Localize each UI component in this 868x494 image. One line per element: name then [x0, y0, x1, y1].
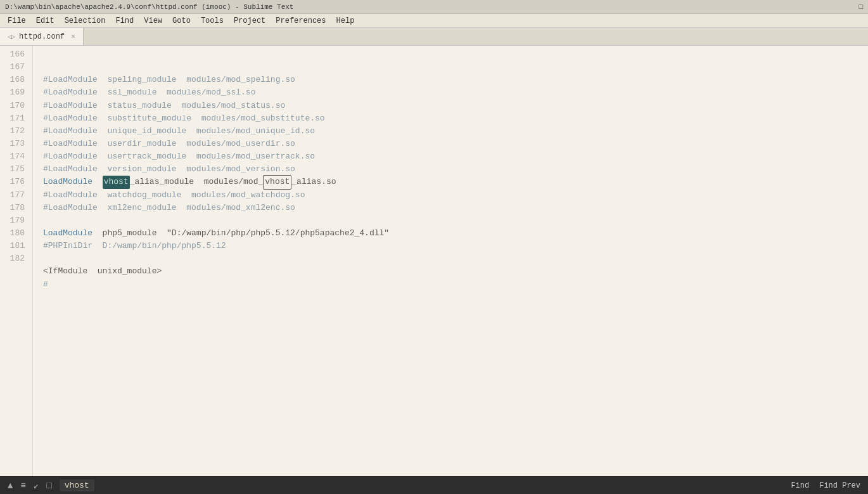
status-bar: ▲ ≡ ↙ □ vhost Find Find Prev [0, 476, 868, 494]
editor-container: 1661671681691701711721731741751761771781… [0, 46, 868, 476]
line-number: 181 [0, 240, 25, 252]
status-icon-box: □ [46, 481, 51, 491]
vhost-highlight-2: vhost [263, 175, 291, 189]
find-prev-button[interactable]: Find Prev [819, 481, 860, 490]
comment-text: #LoadModule status_module modules/mod_st… [43, 100, 285, 112]
line-number: 178 [0, 202, 25, 214]
maximize-icon[interactable]: □ [858, 3, 863, 11]
keyword-text: LoadModule [43, 176, 93, 188]
module-name: _alias_module modules/mod_ [130, 176, 264, 188]
code-line [43, 252, 868, 265]
line-number: 182 [0, 252, 25, 265]
status-icon-arrow: ↙ [34, 480, 39, 491]
menu-bar: FileEditSelectionFindViewGotoToolsProjec… [0, 14, 868, 28]
menu-item-tools[interactable]: Tools [196, 15, 229, 27]
comment-text: #LoadModule xml2enc_module modules/mod_x… [43, 202, 295, 214]
code-line: # [43, 278, 868, 291]
line-number: 173 [0, 138, 25, 150]
menu-item-edit[interactable]: Edit [31, 15, 60, 27]
title-bar-controls: □ [858, 3, 863, 11]
line-number: 171 [0, 112, 25, 125]
comment-text: #LoadModule watchdog_module modules/mod_… [43, 189, 305, 202]
line-number: 179 [0, 214, 25, 227]
code-area[interactable]: #LoadModule speling_module modules/mod_s… [33, 46, 868, 476]
comment-text: #LoadModule unique_id_module modules/mod… [43, 125, 315, 138]
status-bar-left: ▲ ≡ ↙ □ vhost [8, 479, 94, 491]
find-button[interactable]: Find [791, 481, 809, 490]
code-line: <IfModule unixd_module> [43, 265, 868, 278]
tab-label: httpd.conf [19, 32, 65, 41]
title-bar: D:\wamp\bin\apache\apache2.4.9\conf\http… [0, 0, 868, 14]
title-bar-text: D:\wamp\bin\apache\apache2.4.9\conf\http… [5, 3, 293, 11]
normal-text: <IfModule unixd_module> [43, 265, 162, 278]
code-line: #LoadModule substitute_module modules/mo… [43, 112, 868, 125]
line-number: 168 [0, 74, 25, 86]
status-icon-menu: ≡ [20, 481, 25, 491]
code-line: #LoadModule speling_module modules/mod_s… [43, 74, 868, 86]
menu-item-preferences[interactable]: Preferences [271, 15, 331, 27]
line-number: 176 [0, 176, 25, 188]
code-line: #LoadModule version_module modules/mod_v… [43, 163, 868, 176]
comment-text: #LoadModule speling_module modules/mod_s… [43, 74, 295, 86]
line-number: 170 [0, 100, 25, 112]
module-content: php5_module "D:/wamp/bin/php/php5.5.12/p… [93, 227, 389, 240]
code-line: #LoadModule unique_id_module modules/mod… [43, 125, 868, 138]
tab-httpd-conf[interactable]: ◁▷ httpd.conf × [0, 28, 84, 45]
menu-item-goto[interactable]: Goto [167, 15, 196, 27]
tab-close-button[interactable]: × [71, 33, 75, 41]
tab-bar: ◁▷ httpd.conf × [0, 28, 868, 46]
comment-text: #LoadModule substitute_module modules/mo… [43, 112, 325, 125]
code-line: #LoadModule watchdog_module modules/mod_… [43, 189, 868, 202]
code-line [43, 214, 868, 227]
menu-item-project[interactable]: Project [229, 15, 271, 27]
line-number: 172 [0, 125, 25, 138]
menu-item-view[interactable]: View [139, 15, 167, 27]
status-icon-up: ▲ [8, 481, 13, 491]
line-number: 180 [0, 227, 25, 240]
code-line: #PHPIniDir D:/wamp/bin/php/php5.5.12 [43, 240, 868, 252]
line-number: 177 [0, 189, 25, 202]
comment-text: # [43, 278, 48, 291]
comment-text: #PHPIniDir D:/wamp/bin/php/php5.5.12 [43, 240, 226, 252]
title-bar-content: D:\wamp\bin\apache\apache2.4.9\conf\http… [5, 3, 293, 11]
keyword-text: LoadModule [43, 227, 93, 240]
menu-item-help[interactable]: Help [331, 15, 360, 27]
code-line: #LoadModule userdir_module modules/mod_u… [43, 138, 868, 150]
line-numbers: 1661671681691701711721731741751761771781… [0, 46, 33, 476]
line-number: 166 [0, 48, 25, 61]
module-path-end: _alias.so [291, 176, 336, 188]
code-line: #LoadModule usertrack_module modules/mod… [43, 150, 868, 163]
comment-text: #LoadModule version_module modules/mod_v… [43, 163, 295, 176]
tab-icon: ◁▷ [8, 33, 15, 41]
code-line: LoadModule vhost_alias_module modules/mo… [43, 176, 868, 188]
comment-text: #LoadModule usertrack_module modules/mod… [43, 150, 315, 163]
vhost-highlight-1: vhost [103, 176, 130, 188]
menu-item-selection[interactable]: Selection [60, 15, 111, 27]
line-number: 167 [0, 61, 25, 74]
find-search-term: vhost [60, 479, 94, 491]
menu-item-file[interactable]: File [3, 15, 31, 27]
code-line: #LoadModule ssl_module modules/mod_ssl.s… [43, 86, 868, 99]
line-number: 169 [0, 86, 25, 99]
status-bar-right: Find Find Prev [791, 481, 860, 490]
line-number: 175 [0, 163, 25, 176]
code-line: LoadModule php5_module "D:/wamp/bin/php/… [43, 227, 868, 240]
menu-item-find[interactable]: Find [110, 15, 139, 27]
comment-text: #LoadModule userdir_module modules/mod_u… [43, 138, 295, 150]
code-line: #LoadModule xml2enc_module modules/mod_x… [43, 202, 868, 214]
code-line: #LoadModule status_module modules/mod_st… [43, 100, 868, 112]
line-number: 174 [0, 150, 25, 163]
comment-text: #LoadModule ssl_module modules/mod_ssl.s… [43, 86, 255, 99]
